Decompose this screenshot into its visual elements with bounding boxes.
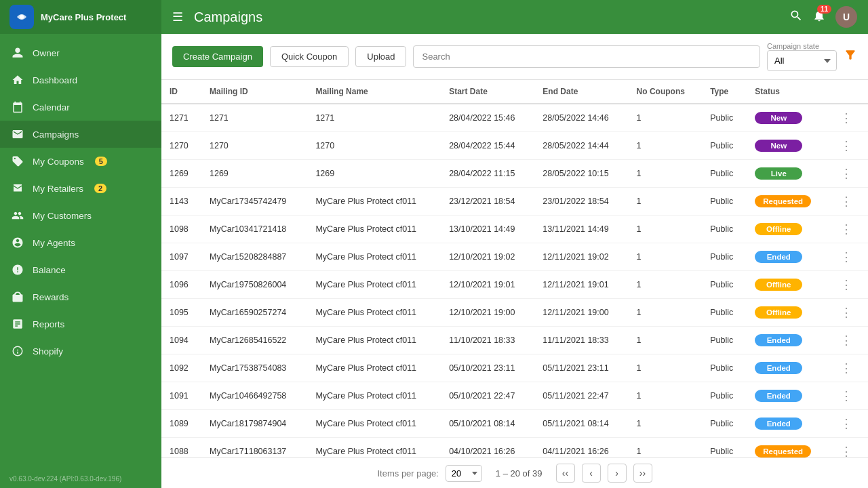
status-badge: Ended [755, 418, 802, 430]
cell-end-date: 05/11/2021 23:11 [534, 354, 628, 382]
cell-more: ⋮ [829, 132, 868, 160]
sidebar-item-calendar[interactable]: Calendar [0, 94, 161, 121]
table-row: 1098 MyCar10341721418 MyCare Plus Protec… [161, 216, 868, 243]
cell-id: 1096 [161, 271, 201, 299]
status-badge: Requested [755, 445, 811, 458]
cell-end-date: 28/05/2022 10:15 [534, 160, 628, 188]
sidebar-item-my-agents[interactable]: My Agents [0, 229, 161, 256]
status-badge: Ended [755, 390, 802, 402]
cell-type: Public [702, 327, 747, 354]
cell-start-date: 13/10/2021 14:49 [441, 216, 534, 243]
row-more-button[interactable]: ⋮ [837, 167, 855, 180]
cell-start-date: 05/10/2021 08:14 [441, 410, 534, 438]
cell-no-coupons: 1 [629, 382, 703, 410]
cell-type: Public [702, 188, 747, 216]
sidebar-item-campaigns[interactable]: Campaigns [0, 121, 161, 148]
cell-no-coupons: 1 [629, 438, 703, 458]
retailers-badge: 2 [94, 184, 106, 193]
sidebar-item-my-customers[interactable]: My Customers [0, 202, 161, 229]
sidebar-header: MyCare Plus Protect [0, 0, 161, 34]
cell-id: 1089 [161, 410, 201, 438]
table-row: 1095 MyCar16590257274 MyCare Plus Protec… [161, 299, 868, 327]
cell-end-date: 28/05/2022 14:46 [534, 104, 628, 132]
sidebar-item-reports[interactable]: Reports [0, 310, 161, 338]
cell-no-coupons: 1 [629, 271, 703, 299]
home-icon [11, 73, 24, 87]
search-icon[interactable] [789, 9, 803, 26]
cell-status: Offline [747, 299, 829, 327]
sidebar-item-shopify[interactable]: Shopify [0, 338, 161, 365]
cell-end-date: 12/11/2021 19:02 [534, 243, 628, 271]
sidebar-item-label: Shopify [33, 346, 63, 357]
per-page-select[interactable]: 10 20 50 100 [446, 465, 482, 482]
cell-mailing-name: MyCare Plus Protect cf011 [307, 382, 441, 410]
row-more-button[interactable]: ⋮ [837, 139, 855, 152]
cell-status: Ended [747, 410, 829, 438]
sidebar-item-dashboard[interactable]: Dashboard [0, 66, 161, 94]
cell-start-date: 11/10/2021 18:33 [441, 327, 534, 354]
cell-status: Live [747, 160, 829, 188]
cell-start-date: 12/10/2021 19:00 [441, 299, 534, 327]
topbar-icons: 11 U [789, 6, 857, 28]
user-avatar[interactable]: U [835, 6, 857, 28]
cell-type: Public [702, 410, 747, 438]
row-more-button[interactable]: ⋮ [837, 445, 855, 458]
cell-mailing-name: MyCare Plus Protect cf011 [307, 243, 441, 271]
cell-mailing-id: 1269 [201, 160, 307, 188]
cell-start-date: 28/04/2022 11:15 [441, 160, 534, 188]
cell-start-date: 23/12/2021 18:54 [441, 188, 534, 216]
cell-mailing-id: 1271 [201, 104, 307, 132]
cell-mailing-id: MyCar18179874904 [201, 410, 307, 438]
cell-mailing-id: MyCar15208284887 [201, 243, 307, 271]
row-more-button[interactable]: ⋮ [837, 250, 855, 264]
cell-mailing-id: MyCar10341721418 [201, 216, 307, 243]
last-page-button[interactable]: ›› [633, 464, 652, 483]
cell-status: Ended [747, 327, 829, 354]
sidebar-item-owner[interactable]: Owner [0, 39, 161, 66]
cell-id: 1097 [161, 243, 201, 271]
cell-type: Public [702, 216, 747, 243]
next-page-button[interactable]: › [608, 464, 627, 483]
cell-type: Public [702, 160, 747, 188]
search-input[interactable] [413, 45, 760, 68]
sidebar-item-my-retailers[interactable]: My Retailers 2 [0, 175, 161, 202]
row-more-button[interactable]: ⋮ [837, 306, 855, 319]
hamburger-icon[interactable]: ☰ [172, 9, 183, 24]
balance-icon [11, 263, 24, 277]
upload-button[interactable]: Upload [355, 46, 406, 67]
cell-status: Ended [747, 243, 829, 271]
sidebar-item-my-coupons[interactable]: My Coupons 5 [0, 148, 161, 175]
cell-start-date: 05/10/2021 22:47 [441, 382, 534, 410]
first-page-button[interactable]: ‹‹ [556, 464, 575, 483]
cell-mailing-id: MyCar10466492758 [201, 382, 307, 410]
row-more-button[interactable]: ⋮ [837, 111, 855, 125]
cell-no-coupons: 1 [629, 354, 703, 382]
row-more-button[interactable]: ⋮ [837, 222, 855, 236]
cell-id: 1269 [161, 160, 201, 188]
prev-page-button[interactable]: ‹ [582, 464, 601, 483]
row-more-button[interactable]: ⋮ [837, 417, 855, 430]
cell-mailing-id: 1270 [201, 132, 307, 160]
quick-coupon-button[interactable]: Quick Coupon [270, 46, 349, 67]
col-id: ID [161, 80, 201, 104]
campaign-state-select[interactable]: All New Live Offline Ended Requested [767, 50, 837, 71]
cell-status: New [747, 132, 829, 160]
notification-icon[interactable]: 11 [812, 9, 826, 26]
filter-icon[interactable] [844, 48, 857, 65]
cell-more: ⋮ [829, 216, 868, 243]
sidebar-item-rewards[interactable]: Rewards [0, 283, 161, 310]
row-more-button[interactable]: ⋮ [837, 333, 855, 347]
reports-icon [11, 317, 24, 331]
cell-status: Ended [747, 354, 829, 382]
sidebar-item-balance[interactable]: Balance [0, 256, 161, 283]
table-row: 1089 MyCar18179874904 MyCare Plus Protec… [161, 410, 868, 438]
row-more-button[interactable]: ⋮ [837, 278, 855, 291]
cell-more: ⋮ [829, 438, 868, 458]
cell-mailing-name: MyCare Plus Protect cf011 [307, 410, 441, 438]
campaign-state-wrapper: Campaign state All New Live Offline Ende… [767, 42, 837, 71]
row-more-button[interactable]: ⋮ [837, 195, 855, 208]
create-campaign-button[interactable]: Create Campaign [172, 46, 263, 67]
topbar: ☰ Campaigns 11 U [161, 0, 868, 34]
row-more-button[interactable]: ⋮ [837, 361, 855, 375]
row-more-button[interactable]: ⋮ [837, 389, 855, 403]
